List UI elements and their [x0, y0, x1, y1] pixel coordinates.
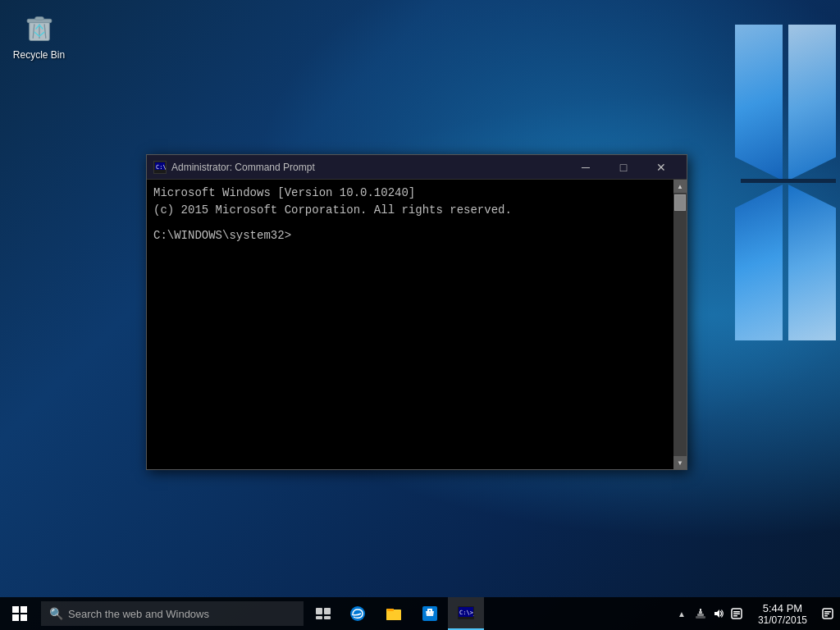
- svg-rect-9: [12, 606, 19, 613]
- cmd-title-text: Administrator: Command Prompt: [171, 162, 567, 173]
- taskbar-cmd-button[interactable]: C:\>_: [448, 597, 484, 630]
- svg-rect-39: [824, 611, 831, 613]
- search-box[interactable]: 🔍 Search the web and Windows: [41, 601, 304, 626]
- svg-rect-29: [696, 616, 705, 619]
- task-view-icon: [316, 608, 331, 619]
- svg-rect-25: [427, 609, 432, 610]
- svg-rect-35: [733, 611, 740, 613]
- svg-text:C:\: C:\: [156, 164, 166, 171]
- cmd-body: Microsoft Windows [Version 10.0.10240] (…: [147, 180, 687, 469]
- svg-rect-21: [387, 609, 394, 611]
- scroll-up-button[interactable]: ▲: [673, 180, 687, 193]
- windows-logo-divider: [741, 179, 836, 183]
- volume-tray-icon[interactable]: [712, 607, 725, 620]
- cmd-icon-svg: C:\: [154, 162, 166, 173]
- action-center-button[interactable]: [815, 597, 840, 630]
- file-explorer-icon: [386, 605, 402, 622]
- clock-time: 5:44 PM: [763, 602, 802, 614]
- cmd-titlebar: C:\ Administrator: Command Prompt ─ □ ✕: [147, 155, 687, 180]
- svg-rect-15: [316, 616, 322, 619]
- windows-logo-pane-tl: [735, 25, 783, 180]
- cmd-line1: Microsoft Windows [Version 10.0.10240]: [153, 185, 667, 202]
- maximize-button[interactable]: □: [605, 155, 642, 180]
- recycle-bin-graphic: [20, 7, 59, 46]
- svg-rect-20: [386, 610, 401, 620]
- taskbar-right: ▲: [668, 597, 840, 630]
- recycle-bin-icon[interactable]: Recycle Bin: [8, 7, 70, 61]
- task-view-button[interactable]: [307, 597, 340, 630]
- svg-text:C:\>_: C:\>_: [459, 609, 474, 616]
- clock-date: 31/07/2015: [758, 614, 807, 626]
- cmd-prompt: C:\WINDOWS\system32>: [153, 227, 667, 244]
- cmd-taskbar-icon: C:\>_: [458, 606, 474, 619]
- network-icon: [695, 608, 706, 619]
- start-button[interactable]: [0, 597, 39, 630]
- cmd-scrollbar: ▲ ▼: [673, 180, 687, 469]
- cmd-line2: (c) 2015 Microsoft Corporation. All righ…: [153, 202, 667, 219]
- svg-rect-32: [700, 609, 701, 611]
- windows-logo-pane-bl: [735, 185, 783, 340]
- windows-logo-pane-br: [788, 185, 836, 340]
- svg-rect-30: [697, 614, 704, 616]
- taskbar-edge-button[interactable]: [340, 597, 376, 630]
- volume-icon: [713, 608, 724, 619]
- close-button[interactable]: ✕: [642, 155, 680, 180]
- notification-icon: [731, 608, 742, 619]
- svg-rect-41: [824, 615, 828, 617]
- svg-rect-16: [324, 616, 331, 619]
- minimize-button[interactable]: ─: [567, 155, 605, 180]
- recycle-bin-svg: [22, 9, 57, 43]
- network-tray-icon[interactable]: [694, 607, 707, 620]
- windows-logo-pane-tr: [788, 25, 836, 180]
- recycle-bin-label: Recycle Bin: [8, 49, 70, 61]
- svg-rect-14: [324, 608, 331, 614]
- taskbar: 🔍 Search the web and Windows: [0, 597, 840, 630]
- svg-rect-13: [316, 608, 322, 614]
- svg-rect-10: [21, 606, 27, 613]
- windows-start-icon: [12, 606, 27, 621]
- taskbar-file-explorer-button[interactable]: [376, 597, 412, 630]
- search-icon: 🔍: [49, 607, 63, 620]
- cmd-content[interactable]: Microsoft Windows [Version 10.0.10240] (…: [147, 180, 673, 469]
- cmd-controls: ─ □ ✕: [567, 155, 680, 180]
- svg-rect-31: [699, 611, 702, 614]
- scroll-thumb[interactable]: [674, 194, 686, 211]
- taskbar-store-button[interactable]: [412, 597, 448, 630]
- svg-rect-36: [733, 614, 740, 615]
- search-placeholder-text: Search the web and Windows: [68, 608, 209, 620]
- cmd-titlebar-icon: C:\: [153, 161, 167, 174]
- svg-rect-37: [733, 615, 737, 617]
- show-hidden-icons-button[interactable]: ▲: [674, 609, 689, 619]
- store-icon: [422, 605, 438, 622]
- svg-rect-2: [34, 17, 43, 21]
- notification-area: ▲: [668, 607, 750, 620]
- clock-area[interactable]: 5:44 PM 31/07/2015: [750, 597, 815, 630]
- svg-rect-11: [12, 614, 19, 621]
- svg-rect-40: [824, 614, 829, 615]
- cmd-window: C:\ Administrator: Command Prompt ─ □ ✕ …: [146, 154, 687, 470]
- svg-rect-12: [21, 614, 27, 621]
- notification-tray-icon[interactable]: [730, 607, 743, 620]
- desktop: Recycle Bin C:\ Administrator: Command P…: [0, 0, 840, 630]
- edge-icon: [349, 605, 366, 622]
- svg-marker-33: [714, 609, 719, 618]
- scroll-down-button[interactable]: ▼: [673, 456, 687, 469]
- action-center-icon: [822, 608, 833, 619]
